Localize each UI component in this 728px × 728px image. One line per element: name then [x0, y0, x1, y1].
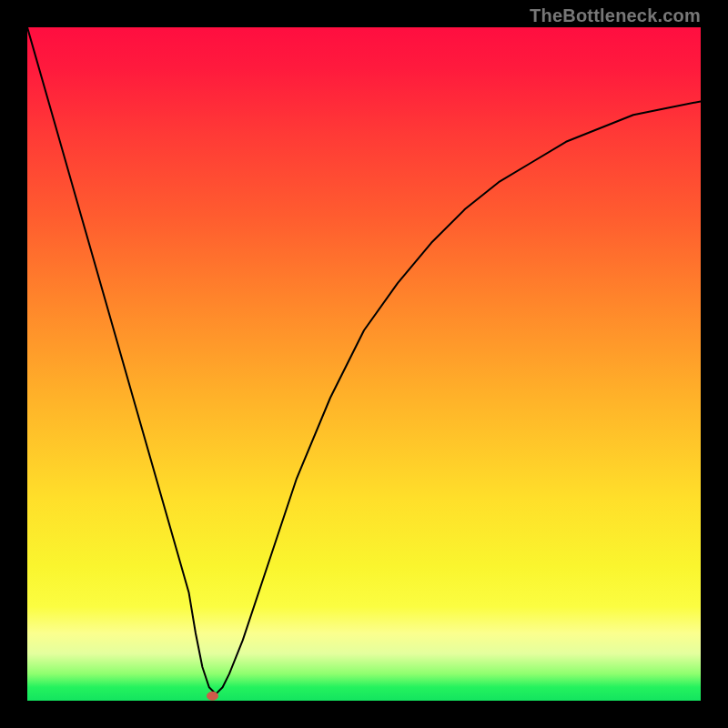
curve-svg — [27, 27, 701, 701]
watermark-text: TheBottleneck.com — [530, 5, 701, 26]
minimum-marker — [207, 692, 218, 700]
plot-area — [27, 27, 701, 701]
chart-frame: TheBottleneck.com — [0, 0, 728, 728]
bottleneck-curve — [27, 27, 701, 694]
